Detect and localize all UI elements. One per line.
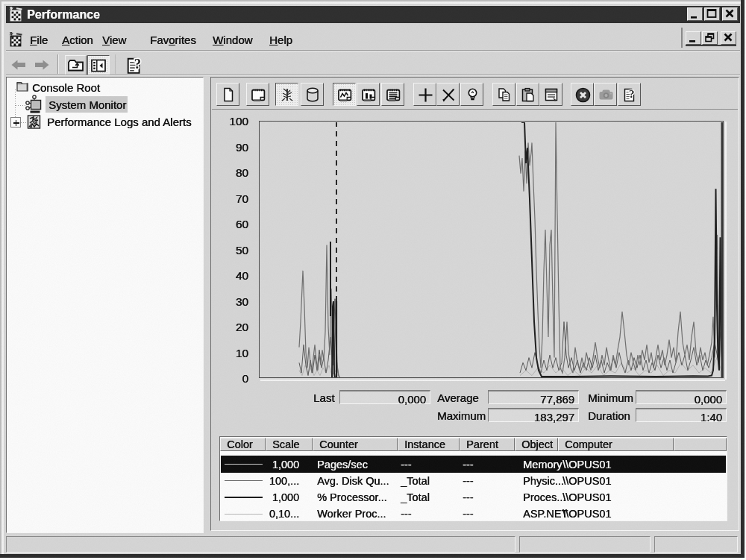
svg-text:?: ? — [134, 56, 141, 72]
svg-text:?: ? — [629, 88, 635, 100]
